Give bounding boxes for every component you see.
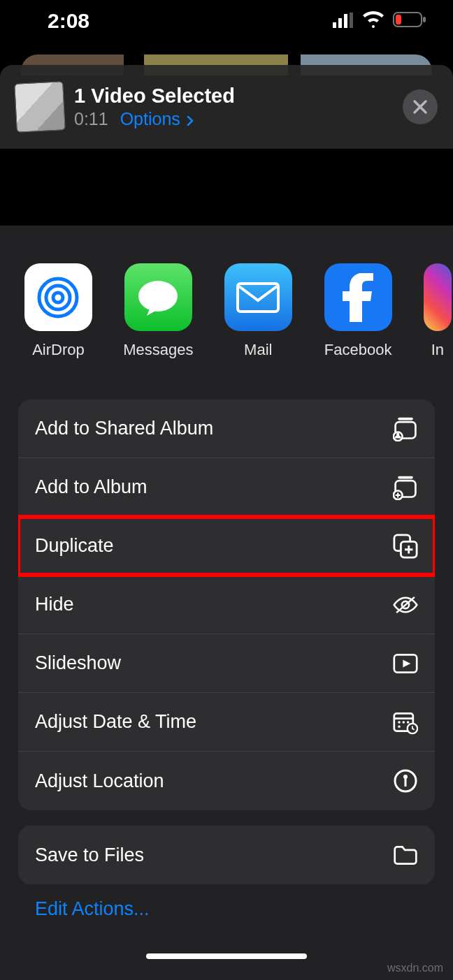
- svg-point-8: [46, 286, 70, 309]
- status-bar: 2:08: [0, 0, 453, 42]
- status-icons: [333, 9, 426, 33]
- actions-group: Add to Shared Album Add to Album Duplica…: [18, 400, 435, 810]
- svg-rect-11: [238, 284, 278, 312]
- action-save-files[interactable]: Save to Files: [18, 826, 435, 884]
- save-group: Save to Files: [18, 826, 435, 884]
- action-label: Add to Album: [35, 476, 148, 498]
- action-label: Add to Shared Album: [35, 418, 213, 439]
- action-hide[interactable]: Hide: [18, 576, 435, 634]
- share-sheet: AirDrop Messages Mail Facebook In: [0, 226, 453, 980]
- close-button[interactable]: [403, 89, 438, 124]
- svg-rect-12: [398, 417, 413, 420]
- action-adjust-location[interactable]: Adjust Location: [18, 752, 435, 810]
- selection-title: 1 Video Selected: [74, 85, 403, 108]
- slideshow-icon: [393, 651, 418, 676]
- action-add-shared-album[interactable]: Add to Shared Album: [18, 400, 435, 458]
- share-facebook[interactable]: Facebook: [322, 263, 394, 359]
- svg-rect-16: [398, 476, 413, 478]
- action-duplicate[interactable]: Duplicate: [18, 517, 435, 576]
- share-label: AirDrop: [32, 341, 85, 359]
- cellular-icon: [333, 9, 354, 33]
- svg-rect-6: [396, 15, 401, 24]
- share-messages[interactable]: Messages: [122, 263, 194, 359]
- folder-icon: [393, 842, 418, 868]
- watermark: wsxdn.com: [387, 962, 443, 974]
- share-label: Mail: [244, 341, 272, 359]
- svg-rect-0: [333, 22, 336, 28]
- wifi-icon: [362, 9, 384, 33]
- hide-icon: [393, 592, 418, 617]
- location-icon: [393, 768, 418, 793]
- share-mail[interactable]: Mail: [222, 263, 294, 359]
- share-airdrop[interactable]: AirDrop: [22, 263, 94, 359]
- selection-thumbnail: [14, 81, 66, 133]
- gap: [0, 149, 453, 226]
- share-targets-row[interactable]: AirDrop Messages Mail Facebook In: [0, 226, 453, 359]
- svg-rect-3: [350, 13, 353, 28]
- action-label: Hide: [35, 594, 74, 615]
- action-label: Save to Files: [35, 844, 144, 866]
- share-label: Facebook: [324, 341, 392, 359]
- share-header: 1 Video Selected 0:11 Options: [0, 65, 453, 149]
- share-label: Messages: [123, 341, 193, 359]
- action-label: Slideshow: [35, 652, 121, 674]
- calendar-clock-icon: [393, 710, 418, 735]
- edit-actions-button[interactable]: Edit Actions...: [35, 898, 453, 920]
- action-label: Adjust Date & Time: [35, 711, 196, 733]
- shared-album-icon: [393, 416, 418, 441]
- battery-low-icon: [393, 9, 426, 33]
- action-add-album[interactable]: Add to Album: [18, 458, 435, 517]
- duplicate-icon: [393, 534, 418, 559]
- svg-rect-5: [423, 17, 426, 22]
- svg-rect-2: [344, 14, 347, 28]
- facebook-icon: [324, 263, 392, 331]
- svg-rect-1: [338, 18, 342, 28]
- share-label: In: [431, 341, 444, 359]
- svg-point-10: [138, 281, 178, 312]
- action-label: Adjust Location: [35, 770, 164, 792]
- add-album-icon: [393, 475, 418, 500]
- action-slideshow[interactable]: Slideshow: [18, 634, 435, 693]
- status-time: 2:08: [48, 9, 89, 33]
- svg-point-7: [53, 293, 63, 302]
- action-adjust-date[interactable]: Adjust Date & Time: [18, 693, 435, 752]
- options-button[interactable]: Options: [120, 109, 195, 129]
- mail-icon: [224, 263, 292, 331]
- share-instagram[interactable]: In: [422, 263, 453, 359]
- messages-icon: [124, 263, 192, 331]
- home-indicator[interactable]: [146, 953, 307, 959]
- video-duration: 0:11: [74, 109, 108, 129]
- instagram-icon: [424, 263, 452, 331]
- airdrop-icon: [24, 263, 92, 331]
- action-label: Duplicate: [35, 535, 114, 557]
